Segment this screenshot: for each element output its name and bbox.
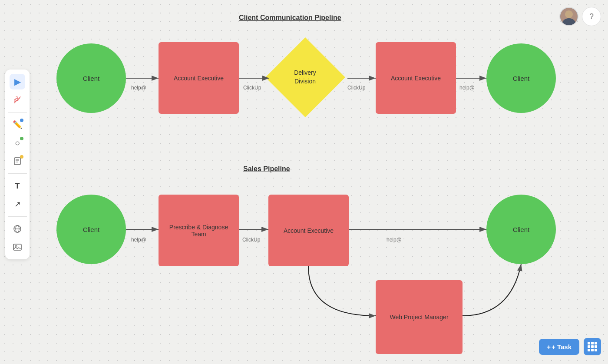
note-tool-btn[interactable] (10, 153, 25, 169)
client-1-label: Client (83, 75, 99, 82)
ae2-label: Account Executive (391, 75, 441, 82)
sidebar-divider-3 (8, 216, 27, 217)
user-avatar-btn[interactable] (559, 7, 578, 26)
prescribe-diagnose-rect[interactable]: Prescribe & Diagnose Team (159, 195, 239, 266)
client-circle-3[interactable]: Client (56, 195, 126, 264)
arrow-label-clickup2: ClickUp (347, 85, 365, 91)
magic-tool-btn[interactable] (10, 92, 25, 108)
client-3-label: Client (83, 226, 99, 233)
sidebar-divider-1 (8, 112, 27, 113)
grid-icon (588, 342, 597, 351)
pdt-label: Prescribe & Diagnose Team (159, 220, 239, 241)
delivery-division-diamond[interactable]: DeliveryDivision (265, 37, 345, 117)
delivery-division-label: DeliveryDivision (294, 69, 316, 86)
image-tool-btn[interactable] (10, 239, 25, 255)
client-circle-4[interactable]: Client (486, 195, 556, 264)
add-task-btn[interactable]: + + Task (539, 339, 579, 355)
svg-rect-1 (14, 158, 20, 165)
task-plus-icon: + (547, 343, 551, 351)
top-right-controls: ? (559, 7, 601, 26)
svg-rect-5 (13, 244, 21, 250)
account-executive-rect-1[interactable]: Account Executive (159, 42, 239, 114)
circle-tool-btn[interactable]: ○ (10, 135, 25, 151)
arrow-label-help1: help@ (131, 85, 146, 91)
wpm-label: Web Project Manager (390, 314, 448, 321)
ae3-label: Account Executive (284, 227, 334, 234)
play-tool-btn[interactable]: ▶ (10, 74, 25, 89)
task-label: + Task (552, 343, 572, 351)
arrow-label-clickup1: ClickUp (243, 85, 261, 91)
arrow-tool-btn[interactable]: ↗ (10, 196, 25, 212)
pen-tool-btn[interactable]: ✏️ (10, 117, 25, 132)
grid-view-btn[interactable] (584, 338, 601, 355)
svg-point-6 (15, 245, 17, 247)
client-2-label: Client (513, 75, 529, 82)
client-circle-2[interactable]: Client (486, 43, 556, 113)
diagram2-title: Sales Pipeline (243, 165, 290, 173)
sidebar: ▶ ✏️ ○ T ↗ (5, 69, 30, 259)
globe-tool-btn[interactable] (10, 221, 25, 237)
diagram1-title: Client Communication Pipeline (239, 14, 341, 22)
svg-point-7 (565, 10, 573, 18)
arrow-label-help2: help@ (459, 85, 475, 91)
sidebar-divider-2 (8, 173, 27, 174)
text-tool-btn[interactable]: T (10, 178, 25, 194)
canvas: Client Communication Pipeline Client Acc… (0, 0, 608, 364)
help-icon: ? (589, 12, 594, 21)
arrow-label-clickup3: ClickUp (242, 237, 260, 243)
svg-point-8 (562, 18, 576, 25)
bottom-right-controls: + + Task (539, 338, 601, 355)
account-executive-rect-2[interactable]: Account Executive (376, 42, 456, 114)
arrow-label-help4: help@ (387, 237, 402, 243)
account-executive-rect-3[interactable]: Account Executive (268, 195, 349, 266)
ae1-label: Account Executive (174, 75, 224, 82)
arrow-label-help3: help@ (131, 237, 146, 243)
web-project-manager-rect[interactable]: Web Project Manager (376, 280, 463, 354)
client-4-label: Client (513, 226, 529, 233)
client-circle-1[interactable]: Client (56, 43, 126, 113)
help-btn[interactable]: ? (582, 7, 601, 26)
